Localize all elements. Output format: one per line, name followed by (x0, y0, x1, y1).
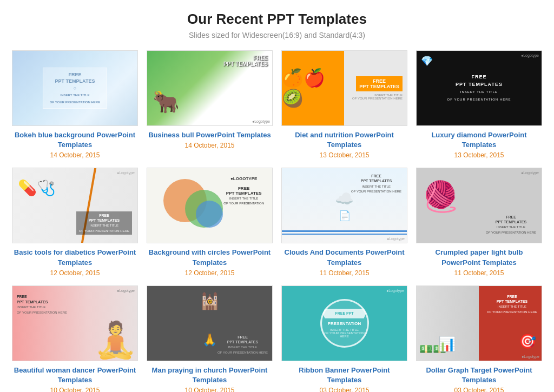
template-card-4[interactable]: FREEPPT TEMPLATESINSERT THE TITLEOF YOUR… (416, 50, 542, 159)
card-thumb-9: ●Logotype FREEPPT TEMPLATESINSERT THE TI… (12, 285, 138, 361)
free-badge-5: FREEPPT TEMPLATESINSERT THE TITLEOF YOUR… (76, 211, 132, 235)
card-title-3: Diet and nutrition PowerPoint Templates (281, 130, 407, 150)
bull-icon: 🐂 (153, 89, 180, 115)
card-title-10: Man praying in church PowerPoint Templat… (147, 366, 273, 385)
card-date-3: 13 October, 2015 (319, 151, 369, 159)
card-date-1: 14 October, 2015 (50, 151, 100, 159)
card-title-6: Background with circles PowerPoint Templ… (147, 248, 273, 267)
card-date-11: 03 October, 2015 (319, 387, 369, 392)
free-badge-9: FREEPPT TEMPLATESINSERT THE TITLEOF YOUR… (17, 294, 67, 315)
card-thumb-8: ●Logotype 🧶 FREEPPT TEMPLATESINSERT THE … (416, 168, 542, 243)
template-card-1[interactable]: FREEPPT TEMPLATES○INSERT THE TITLEOF YOU… (12, 50, 138, 159)
page-title: Our Recent PPT Templates (11, 11, 543, 28)
page-header: Our Recent PPT Templates Slides sized fo… (11, 11, 543, 39)
card-title-7: Clouds And Documents PowerPoint Template… (281, 248, 407, 267)
card-thumb-12: ●Logotype 💵💵 📊 🎯 FREEPPT TEMPLATESINSERT… (416, 285, 542, 361)
template-card-8[interactable]: ●Logotype 🧶 FREEPPT TEMPLATESINSERT THE … (416, 168, 542, 276)
church-window-icon: 🕍 (200, 291, 220, 310)
free-badge-6: ●LogotypeFREEPPT TEMPLATESINSERT THE TIT… (223, 176, 264, 205)
template-card-5[interactable]: ●Logotype 💊🩺 FREEPPT TEMPLATESINSERT THE… (12, 168, 138, 276)
card-thumb-7: ☁️ 📄 FREEPPT TEMPLATESINSERT THE TITLEOF… (281, 168, 407, 243)
card-title-5: Basic tools for diabetics PowerPoint Tem… (12, 248, 138, 267)
template-card-6[interactable]: ●LogotypeFREEPPT TEMPLATESINSERT THE TIT… (147, 168, 273, 276)
card-date-7: 11 October, 2015 (319, 269, 369, 277)
circle-blue (196, 201, 223, 228)
ribbon-banner: FREE PPT (323, 309, 366, 318)
card-thumb-10: 🕍 🙏 FREEPPT TEMPLATESINSERT THE TITLEOF … (147, 285, 273, 361)
card-thumb-5: ●Logotype 💊🩺 FREEPPT TEMPLATESINSERT THE… (12, 168, 138, 243)
card-date-4: 13 October, 2015 (454, 151, 504, 159)
template-card-7[interactable]: ☁️ 📄 FREEPPT TEMPLATESINSERT THE TITLEOF… (281, 168, 407, 276)
card-thumb-2: FREEPPT TEMPLATES 🐂 cess ●Logotype (147, 50, 273, 126)
template-card-3[interactable]: 🍊🍎🥝 FREEPPT TEMPLATES INSERT THE TITLEOF… (281, 50, 407, 159)
card-thumb-1: FREEPPT TEMPLATES○INSERT THE TITLEOF YOU… (12, 50, 138, 126)
template-card-2[interactable]: FREEPPT TEMPLATES 🐂 cess ●Logotype Busin… (147, 50, 273, 159)
card-date-6: 12 October, 2015 (184, 269, 234, 277)
page-subtitle: Slides sized for Widescreen(16:9) and St… (11, 31, 543, 39)
card-title-8: Crumpled paper light bulb PowerPoint Tem… (416, 248, 542, 267)
template-card-12[interactable]: ●Logotype 💵💵 📊 🎯 FREEPPT TEMPLATESINSERT… (416, 285, 542, 392)
card-date-12: 03 October, 2015 (454, 387, 504, 392)
template-card-10[interactable]: 🕍 🙏 FREEPPT TEMPLATESINSERT THE TITLEOF … (147, 285, 273, 392)
free-badge-8: FREEPPT TEMPLATESINSERT THE TITLEOF YOUR… (486, 215, 536, 235)
templates-grid: FREEPPT TEMPLATES○INSERT THE TITLEOF YOU… (12, 50, 542, 392)
free-badge-10: FREEPPT TEMPLATESINSERT THE TITLEOF YOUR… (217, 335, 268, 355)
ribbon-circle: FREE PPT PRESENTATION INSERT THE TITLEOF… (320, 299, 369, 348)
card-date-2: 14 October, 2015 (184, 142, 234, 149)
card-date-8: 11 October, 2015 (454, 269, 504, 277)
card-thumb-11: ●Logotype FREE PPT PRESENTATION INSERT T… (281, 285, 407, 361)
card-title-12: Dollar Graph Target PowerPoint Templates (416, 366, 542, 385)
card-date-5: 12 October, 2015 (50, 269, 100, 277)
free-badge-1: FREEPPT TEMPLATES○INSERT THE TITLEOF YOU… (43, 68, 107, 109)
card-title-4: Luxury diamond PowerPoint Templates (416, 130, 542, 150)
card-date-9: 10 October, 2015 (50, 387, 100, 392)
template-card-11[interactable]: ●Logotype FREE PPT PRESENTATION INSERT T… (281, 285, 407, 392)
card-thumb-3: 🍊🍎🥝 FREEPPT TEMPLATES INSERT THE TITLEOF… (281, 50, 407, 126)
free-badge-7: FREEPPT TEMPLATESINSERT THE TITLEOF YOUR… (351, 174, 401, 194)
card-title-9: Beautiful woman dancer PowerPoint Templa… (12, 366, 138, 385)
card-title-11: Ribbon Banner PowerPoint Templates (281, 366, 407, 385)
card-thumb-4: FREEPPT TEMPLATESINSERT THE TITLEOF YOUR… (416, 50, 542, 126)
card-date-10: 10 October, 2015 (184, 387, 234, 392)
free-badge-12: FREEPPT TEMPLATESINSERT THE TITLEOF YOUR… (487, 294, 537, 315)
template-card-9[interactable]: ●Logotype FREEPPT TEMPLATESINSERT THE TI… (12, 285, 138, 392)
card-thumb-6: ●LogotypeFREEPPT TEMPLATESINSERT THE TIT… (147, 168, 273, 243)
card-title-2: Business bull PowerPoint Templates (148, 130, 271, 140)
card-title-1: Bokeh blue background PowerPoint Templat… (12, 130, 138, 150)
